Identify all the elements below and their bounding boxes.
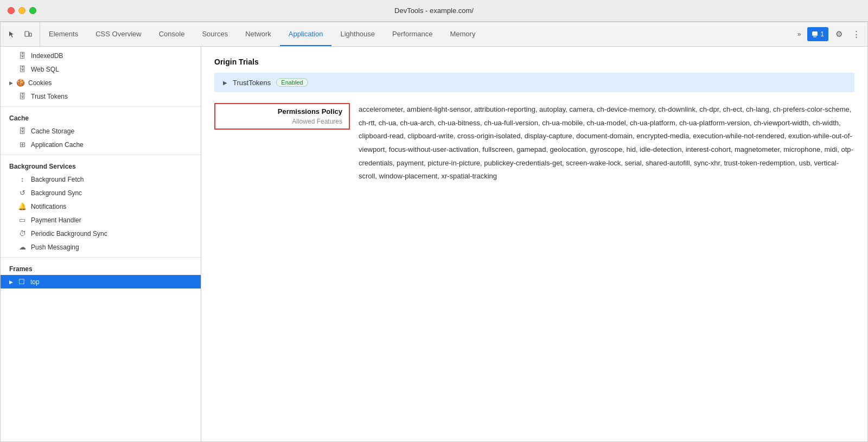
close-button[interactable] bbox=[8, 7, 15, 14]
divider bbox=[1, 155, 201, 155]
permissions-policy-label-box: Permissions Policy Allowed Features bbox=[214, 103, 350, 130]
sidebar: 🗄 IndexedDB 🗄 Web SQL ▶ 🍪 Cookies 🗄 Trus… bbox=[1, 47, 201, 441]
tab-lighthouse[interactable]: Lighthouse bbox=[331, 22, 384, 46]
notification-badge-button[interactable]: 1 bbox=[807, 27, 828, 41]
sidebar-item-payment-handler[interactable]: ▭ Payment Handler bbox=[1, 213, 201, 227]
more-tabs-button[interactable]: » bbox=[794, 27, 805, 41]
card-icon: ▭ bbox=[18, 216, 27, 224]
bell-icon: 🔔 bbox=[18, 202, 27, 210]
tab-application[interactable]: Application bbox=[280, 22, 332, 46]
sidebar-item-notifications[interactable]: 🔔 Notifications bbox=[1, 200, 201, 213]
cookie-icon: 🍪 bbox=[16, 79, 25, 87]
tab-performance[interactable]: Performance bbox=[384, 22, 441, 46]
window-title: DevTools - example.com/ bbox=[394, 7, 474, 15]
sync-icon: ↺ bbox=[18, 189, 27, 197]
tab-elements[interactable]: Elements bbox=[40, 22, 87, 46]
permissions-policy-features: accelerometer, ambient-light-sensor, att… bbox=[350, 103, 854, 183]
tab-console[interactable]: Console bbox=[150, 22, 194, 46]
cache-section-header: Cache bbox=[1, 110, 201, 124]
frames-section-header: Frames bbox=[1, 261, 201, 275]
sidebar-item-indexeddb[interactable]: 🗄 IndexedDB bbox=[1, 49, 201, 62]
fullscreen-button[interactable] bbox=[29, 7, 36, 14]
sidebar-item-trust-tokens[interactable]: 🗄 Trust Tokens bbox=[1, 89, 201, 103]
expand-icon: ▶ bbox=[223, 80, 227, 86]
sidebar-item-frame-top[interactable]: ▶ ☐ top bbox=[1, 275, 201, 289]
sidebar-item-cookies[interactable]: ▶ 🍪 Cookies bbox=[1, 76, 201, 89]
permissions-policy-row: Permissions Policy Allowed Features acce… bbox=[214, 103, 854, 183]
allowed-features-label: Allowed Features bbox=[222, 118, 342, 125]
tab-memory[interactable]: Memory bbox=[441, 22, 484, 46]
sidebar-item-cache-storage[interactable]: 🗄 Cache Storage bbox=[1, 124, 201, 138]
svg-rect-3 bbox=[813, 36, 816, 37]
main-area: 🗄 IndexedDB 🗄 Web SQL ▶ 🍪 Cookies 🗄 Trus… bbox=[1, 47, 867, 441]
traffic-lights bbox=[8, 7, 36, 14]
sidebar-item-websql[interactable]: 🗄 Web SQL bbox=[1, 62, 201, 76]
divider bbox=[1, 257, 201, 258]
devtools-window: Elements CSS Overview Console Sources Ne… bbox=[0, 22, 868, 442]
enabled-badge: Enabled bbox=[276, 78, 308, 87]
trust-tokens-row[interactable]: ▶ TrustTokens Enabled bbox=[214, 73, 854, 92]
background-services-header: Background Services bbox=[1, 158, 201, 172]
db-icon: 🗄 bbox=[18, 127, 27, 135]
tab-sources[interactable]: Sources bbox=[193, 22, 237, 46]
toolbar-right: » 1 ⚙ ⋮ bbox=[790, 22, 867, 46]
db-icon: 🗄 bbox=[18, 92, 27, 100]
tab-bar: Elements CSS Overview Console Sources Ne… bbox=[40, 22, 790, 46]
permissions-policy-title: Permissions Policy bbox=[222, 107, 342, 116]
svg-rect-0 bbox=[25, 31, 29, 36]
sidebar-item-bg-fetch[interactable]: ↕ Background Fetch bbox=[1, 172, 201, 186]
cursor-icon[interactable] bbox=[5, 27, 19, 41]
toolbar: Elements CSS Overview Console Sources Ne… bbox=[1, 22, 867, 47]
more-options-button[interactable]: ⋮ bbox=[849, 27, 863, 41]
tab-css-overview[interactable]: CSS Overview bbox=[87, 22, 150, 46]
badge-count: 1 bbox=[820, 30, 824, 38]
divider bbox=[1, 106, 201, 107]
arrows-icon: ↕ bbox=[18, 175, 27, 183]
grid-icon: ⊞ bbox=[18, 140, 27, 149]
db-icon: 🗄 bbox=[18, 65, 27, 73]
settings-button[interactable]: ⚙ bbox=[832, 27, 846, 41]
toolbar-icon-group bbox=[1, 22, 40, 46]
device-toolbar-icon[interactable] bbox=[21, 27, 35, 41]
title-bar: DevTools - example.com/ bbox=[0, 0, 868, 22]
sidebar-item-app-cache[interactable]: ⊞ Application Cache bbox=[1, 138, 201, 151]
permissions-policy-section: Permissions Policy Allowed Features acce… bbox=[214, 103, 854, 183]
clock-icon: ⏱ bbox=[18, 229, 27, 238]
db-icon: 🗄 bbox=[18, 52, 27, 60]
frame-icon: ☐ bbox=[17, 278, 26, 286]
sidebar-item-push-messaging[interactable]: ☁ Push Messaging bbox=[1, 240, 201, 254]
svg-rect-2 bbox=[812, 31, 818, 36]
content-panel: Origin Trials ▶ TrustTokens Enabled Perm… bbox=[201, 47, 867, 441]
chevron-right-icon: ▶ bbox=[9, 279, 13, 285]
origin-trials-title: Origin Trials bbox=[214, 57, 854, 66]
cloud-icon: ☁ bbox=[18, 243, 27, 251]
tab-network[interactable]: Network bbox=[237, 22, 280, 46]
chevron-right-icon: ▶ bbox=[9, 80, 13, 86]
minimize-button[interactable] bbox=[18, 7, 25, 14]
sidebar-item-periodic-bg-sync[interactable]: ⏱ Periodic Background Sync bbox=[1, 227, 201, 240]
svg-rect-1 bbox=[29, 33, 31, 36]
trust-tokens-label: TrustTokens bbox=[233, 79, 271, 87]
sidebar-item-bg-sync[interactable]: ↺ Background Sync bbox=[1, 186, 201, 200]
